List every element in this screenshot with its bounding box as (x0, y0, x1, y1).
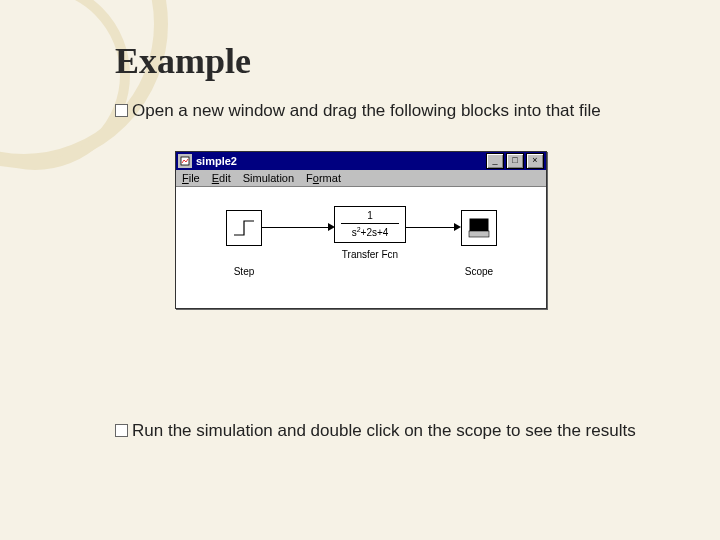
menubar: File Edit Simulation Format (176, 170, 546, 187)
svg-rect-1 (470, 219, 488, 231)
menu-edit[interactable]: Edit (212, 172, 231, 184)
block-transfer-fcn[interactable]: 1 s2+2s+4 Transfer Fcn (334, 206, 406, 260)
bullet-1: Open a new window and drag the following… (115, 100, 700, 123)
transfer-fcn-box: 1 s2+2s+4 (334, 206, 406, 243)
block-step[interactable]: Step (226, 210, 262, 277)
tf-denominator: s2+2s+4 (337, 226, 403, 238)
slide-title: Example (115, 40, 700, 82)
bullet-marker-icon (115, 424, 128, 437)
block-scope-label: Scope (461, 266, 497, 277)
block-tf-label: Transfer Fcn (334, 249, 406, 260)
close-button[interactable]: × (526, 153, 544, 169)
block-scope[interactable]: Scope (461, 210, 497, 277)
tf-fraction-line (341, 223, 399, 224)
minimize-button[interactable]: _ (486, 153, 504, 169)
bullet-1-rest: a new window and drag the following bloc… (174, 101, 601, 120)
tf-numerator: 1 (337, 210, 403, 221)
model-canvas[interactable]: Step 1 s2+2s+4 Transfer Fcn (176, 187, 546, 308)
step-icon (226, 210, 262, 246)
titlebar[interactable]: simple2 _ □ × (176, 152, 546, 170)
bullet-1-lead: Open (132, 101, 174, 120)
bullet-2-rest: the simulation and double click on the s… (163, 421, 636, 440)
background-ring-small (0, 0, 130, 170)
app-icon (178, 154, 192, 168)
scope-icon (461, 210, 497, 246)
window-title: simple2 (196, 155, 486, 167)
bullet-marker-icon (115, 104, 128, 117)
bullet-2-lead: Run (132, 421, 163, 440)
arrowhead-icon (454, 223, 461, 231)
bullet-2: Run the simulation and double click on t… (115, 420, 700, 443)
maximize-button[interactable]: □ (506, 153, 524, 169)
menu-format[interactable]: Format (306, 172, 341, 184)
menu-simulation[interactable]: Simulation (243, 172, 294, 184)
block-step-label: Step (226, 266, 262, 277)
menu-file[interactable]: File (182, 172, 200, 184)
simulink-window: simple2 _ □ × File Edit Simulation Forma… (175, 151, 547, 309)
window-controls: _ □ × (486, 153, 544, 169)
wire-tf-to-scope (406, 227, 456, 228)
svg-rect-3 (469, 231, 489, 237)
slide-content: Example Open a new window and drag the f… (115, 40, 700, 339)
wire-step-to-tf (262, 227, 330, 228)
